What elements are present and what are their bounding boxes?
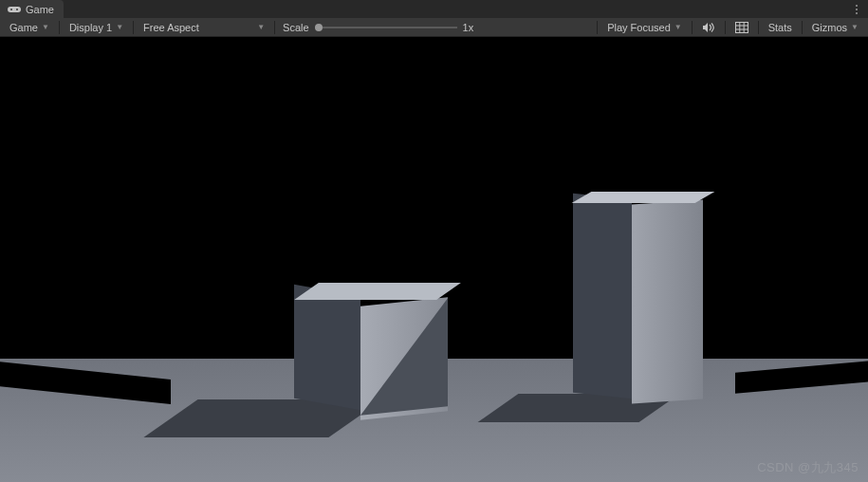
game-tab[interactable]: Game bbox=[0, 0, 64, 18]
separator bbox=[597, 21, 598, 34]
separator bbox=[758, 21, 759, 34]
view-dropdown[interactable]: Game ▼ bbox=[4, 19, 55, 36]
cube-top-face bbox=[294, 283, 461, 300]
chevron-down-icon: ▼ bbox=[851, 23, 859, 31]
scale-value: 1x bbox=[463, 22, 474, 33]
separator bbox=[802, 21, 803, 34]
speaker-icon bbox=[702, 22, 715, 33]
view-label: Game bbox=[9, 22, 38, 33]
separator bbox=[274, 21, 275, 34]
chevron-down-icon: ▼ bbox=[116, 23, 123, 31]
svg-point-3 bbox=[856, 5, 858, 7]
tall-right-face bbox=[632, 199, 703, 403]
tab-options-button[interactable] bbox=[851, 0, 862, 18]
tab-bar: Game bbox=[0, 0, 868, 18]
game-viewport: CSDN @九九345 bbox=[0, 37, 868, 482]
gizmos-dropdown[interactable]: Gizmos ▼ bbox=[806, 19, 864, 36]
tab-title: Game bbox=[26, 4, 54, 15]
chevron-down-icon: ▼ bbox=[42, 23, 49, 31]
display-dropdown[interactable]: Display 1 ▼ bbox=[64, 19, 129, 36]
svg-rect-6 bbox=[735, 22, 748, 32]
scale-control: Scale 1x bbox=[279, 22, 473, 33]
chevron-down-icon: ▼ bbox=[257, 23, 265, 31]
play-mode-label: Play Focused bbox=[607, 22, 671, 33]
scale-slider[interactable] bbox=[315, 22, 457, 33]
maximize-button[interactable] bbox=[729, 19, 754, 36]
separator bbox=[59, 21, 60, 34]
grid-icon bbox=[735, 22, 748, 33]
watermark: CSDN @九九345 bbox=[757, 459, 859, 476]
aspect-label: Free Aspect bbox=[143, 22, 199, 33]
cube-right-shade bbox=[360, 298, 448, 416]
gizmos-label: Gizmos bbox=[812, 22, 847, 33]
separator bbox=[725, 21, 726, 34]
separator bbox=[133, 21, 134, 34]
svg-point-5 bbox=[856, 12, 858, 14]
svg-point-4 bbox=[856, 9, 858, 10]
svg-rect-0 bbox=[8, 7, 21, 12]
separator bbox=[692, 21, 693, 34]
tall-left-face bbox=[573, 194, 632, 399]
aspect-dropdown[interactable]: Free Aspect ▼ bbox=[138, 19, 270, 36]
game-toolbar: Game ▼ Display 1 ▼ Free Aspect ▼ Scale 1… bbox=[0, 18, 868, 37]
play-mode-dropdown[interactable]: Play Focused ▼ bbox=[601, 19, 688, 36]
stats-button[interactable]: Stats bbox=[763, 19, 798, 36]
stats-label: Stats bbox=[768, 22, 792, 33]
display-label: Display 1 bbox=[69, 22, 112, 33]
mute-audio-button[interactable] bbox=[696, 19, 721, 36]
chevron-down-icon: ▼ bbox=[674, 23, 682, 31]
cube-left-face bbox=[294, 285, 360, 410]
svg-point-2 bbox=[16, 9, 18, 10]
svg-point-1 bbox=[10, 9, 12, 10]
tall-top-face bbox=[572, 192, 715, 203]
scale-label: Scale bbox=[279, 22, 309, 33]
game-icon bbox=[8, 5, 21, 14]
